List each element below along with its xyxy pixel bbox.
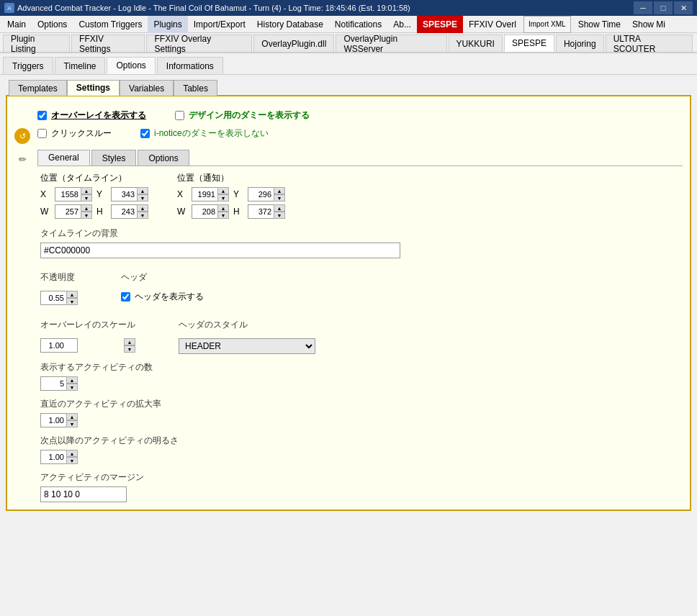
y-timeline-spinbtns: ▲ ▼ — [137, 187, 148, 201]
w-notice-up[interactable]: ▲ — [217, 204, 229, 212]
h-timeline-spinner: ▲ ▼ — [111, 204, 148, 219]
y-timeline-down[interactable]: ▼ — [137, 194, 148, 201]
sub-tab-options[interactable]: Options — [138, 150, 189, 166]
menu-plugins[interactable]: Plugins — [148, 16, 187, 33]
h-timeline-up[interactable]: ▲ — [137, 204, 148, 212]
scale-col: オーバーレイのスケール ▲ ▼ — [40, 313, 135, 354]
tab-ffxiv-overlay-settings[interactable]: FFXIV Overlay Settings — [146, 35, 252, 52]
scale-up[interactable]: ▲ — [124, 338, 135, 345]
maximize-button[interactable]: □ — [654, 1, 673, 14]
y-notice-down[interactable]: ▼ — [274, 194, 285, 201]
inner-tab-bar: Templates Settings Variables Tables — [6, 80, 691, 96]
scale-down[interactable]: ▼ — [124, 345, 135, 353]
i-notice-checkbox[interactable] — [140, 129, 150, 138]
checkbox-row-1: オーバーレイを表示する デザイン用のダミーを表示する — [37, 109, 683, 124]
menu-ab[interactable]: Ab... — [387, 16, 417, 33]
x-label-timeline: X — [40, 189, 50, 199]
opacity-down[interactable]: ▼ — [66, 298, 78, 305]
dummy-design-row: デザイン用のダミーを表示する — [175, 109, 310, 122]
timeline-bg-input[interactable] — [40, 243, 400, 258]
menu-import-export[interactable]: Import/Export — [188, 16, 251, 33]
w-notice-down[interactable]: ▼ — [217, 212, 229, 219]
overlay-visible-label[interactable]: オーバーレイを表示する — [51, 109, 146, 122]
refresh-icon[interactable]: ↺ — [14, 128, 30, 144]
click-through-label[interactable]: クリックスルー — [51, 127, 112, 140]
pencil-icon[interactable]: ✏ — [14, 151, 30, 167]
activity-brightness-section: 次点以降のアクティビティの明るさ ▲ ▼ — [40, 435, 680, 464]
dummy-design-label[interactable]: デザイン用のダミーを表示する — [189, 109, 310, 122]
header-visible-label[interactable]: ヘッダを表示する — [135, 291, 204, 303]
import-xml-label: Import XML — [529, 20, 566, 28]
minimize-button[interactable]: ─ — [634, 1, 652, 14]
activity-count-up[interactable]: ▲ — [66, 376, 78, 384]
timeline-bg-label: タイムラインの背景 — [40, 227, 680, 240]
activity-brightness-up[interactable]: ▲ — [66, 450, 78, 457]
activity-count-down[interactable]: ▼ — [66, 384, 78, 391]
menu-show-time[interactable]: Show Time — [572, 16, 626, 33]
activity-count-label: 表示するアクティビティの数 — [40, 361, 680, 373]
y-notice-spinner: ▲ ▼ — [248, 187, 285, 201]
x-timeline-up[interactable]: ▲ — [81, 187, 92, 194]
tab-timeline[interactable]: Timeline — [55, 57, 106, 74]
x-timeline-down[interactable]: ▼ — [81, 194, 92, 201]
notice-position-group: 位置（通知） X ▲ ▼ Y — [177, 172, 285, 222]
menu-ffxiv-overlay[interactable]: FFXIV Overl — [463, 16, 522, 33]
tab-ultra-scouter[interactable]: ULTRA SCOUTER — [606, 35, 693, 52]
y-notice-up[interactable]: ▲ — [274, 187, 285, 194]
timeline-position-group: 位置（タイムライン） X ▲ ▼ Y — [40, 172, 148, 222]
tab-yukkuri[interactable]: YUKKURI — [449, 35, 503, 52]
sub-tab-styles[interactable]: Styles — [91, 150, 137, 166]
scale-input[interactable] — [40, 338, 78, 353]
inner-tab-tables[interactable]: Tables — [174, 80, 217, 96]
tab-plugin-listing[interactable]: Plugin Listing — [3, 35, 70, 52]
tab-triggers[interactable]: Triggers — [3, 57, 53, 74]
w-timeline-down[interactable]: ▼ — [81, 212, 92, 219]
header-visible-checkbox[interactable] — [121, 292, 130, 302]
close-button[interactable]: ✕ — [674, 1, 693, 14]
sub-tab-general[interactable]: General — [37, 150, 90, 166]
opacity-spinner: ▲ ▼ — [40, 291, 78, 305]
click-through-checkbox[interactable] — [37, 129, 47, 138]
header-style-select[interactable]: HEADER STYLE1 STYLE2 — [179, 338, 315, 354]
h-notice-up[interactable]: ▲ — [274, 204, 285, 212]
tab-overlayplugin-dll[interactable]: OverlayPlugin.dll — [253, 35, 334, 52]
tab-options[interactable]: Options — [107, 57, 155, 74]
menu-main[interactable]: Main — [1, 16, 32, 33]
tab-spespe[interactable]: SPESPE — [504, 35, 554, 52]
x-notice-up[interactable]: ▲ — [217, 187, 229, 194]
y-timeline-up[interactable]: ▲ — [137, 187, 148, 194]
x-notice-down[interactable]: ▼ — [217, 194, 229, 201]
inner-tab-variables[interactable]: Variables — [120, 80, 174, 96]
activity-zoom-up[interactable]: ▲ — [66, 413, 78, 420]
h-label-timeline: H — [96, 207, 107, 217]
overlay-visible-checkbox[interactable] — [37, 111, 47, 120]
menu-custom-triggers[interactable]: Custom Triggers — [73, 16, 148, 33]
h-timeline-spinbtns: ▲ ▼ — [137, 204, 148, 219]
y-notice-spinbtns: ▲ ▼ — [274, 187, 285, 201]
dummy-design-checkbox[interactable] — [175, 111, 184, 120]
opacity-up[interactable]: ▲ — [66, 291, 78, 298]
timeline-position-title: 位置（タイムライン） — [40, 172, 148, 184]
menu-show-mi[interactable]: Show Mi — [626, 16, 671, 33]
menu-notifications[interactable]: Notifications — [329, 16, 387, 33]
tab-informations[interactable]: Informations — [157, 57, 223, 74]
tab-overlayplugin-wsserver[interactable]: OverlayPlugin WSServer — [336, 35, 446, 52]
h-timeline-down[interactable]: ▼ — [137, 212, 148, 219]
h-notice-down[interactable]: ▼ — [274, 212, 285, 219]
menu-options[interactable]: Options — [32, 16, 73, 33]
activity-brightness-down[interactable]: ▼ — [66, 457, 78, 464]
w-timeline-up[interactable]: ▲ — [81, 204, 92, 212]
timeline-wh-row: W ▲ ▼ H — [40, 204, 148, 219]
activity-margin-input[interactable] — [40, 486, 127, 502]
menu-history-database[interactable]: History Database — [251, 16, 329, 33]
tab-hojoring[interactable]: Hojoring — [556, 35, 604, 52]
i-notice-label[interactable]: i-noticeのダミーを表示しない — [154, 127, 269, 140]
activity-zoom-down[interactable]: ▼ — [66, 420, 78, 427]
import-xml-btn[interactable]: Import XML — [523, 16, 571, 33]
opacity-col: 不透明度 ▲ ▼ — [40, 266, 78, 306]
x-label-notice: X — [177, 189, 187, 199]
inner-tab-settings[interactable]: Settings — [67, 80, 120, 96]
tab-ffxiv-settings[interactable]: FFXIV Settings — [71, 35, 145, 52]
inner-tab-templates[interactable]: Templates — [9, 80, 67, 96]
menu-spespe[interactable]: SPESPE — [417, 16, 463, 33]
